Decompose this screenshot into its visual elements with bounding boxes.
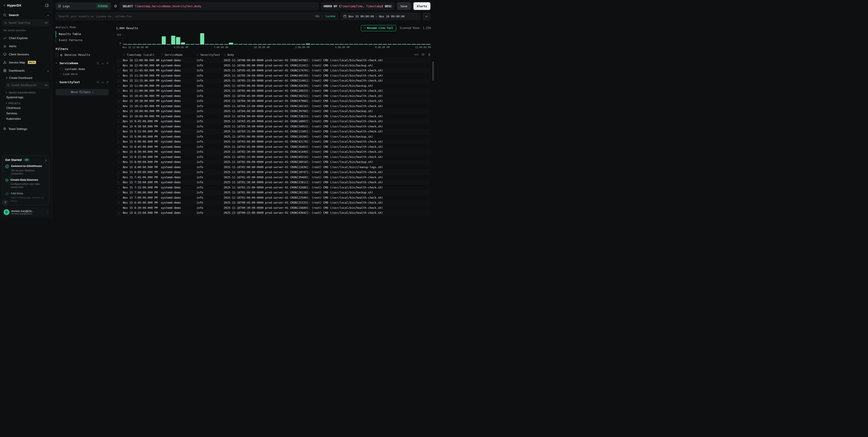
facet-chart-icon[interactable]	[101, 81, 104, 83]
table-row[interactable]: Nov 15 10:15:00.000 PM systemd-demo info…	[116, 104, 431, 109]
saved-dashboards-section[interactable]: ▾ SAVED DASHBOARDS	[3, 90, 52, 95]
row-expand-chevron[interactable]	[116, 206, 123, 209]
sidebar-item-kubernetes[interactable]: Kubernetes	[3, 116, 52, 122]
table-row[interactable]: Nov 15 8:15:00.000 PM systemd-demo info …	[116, 155, 431, 160]
source-settings-button[interactable]: ⚙	[114, 4, 117, 8]
table-row[interactable]: Nov 15 6:45:00.000 PM systemd-demo info …	[116, 200, 431, 205]
drag-handle-icon[interactable]	[224, 54, 226, 56]
table-row[interactable]: Nov 15 10:00:00.000 PM systemd-demo info…	[116, 109, 431, 114]
date-range-picker[interactable]: Nov 15 00:00:00 - Nov 16 00:00:00	[341, 12, 420, 20]
download-icon[interactable]	[428, 53, 431, 56]
row-expand-chevron[interactable]	[116, 105, 123, 107]
drag-handle-icon[interactable]	[196, 54, 199, 56]
row-expand-chevron[interactable]	[116, 120, 123, 123]
sidebar-item-service-map[interactable]: Service Map BETA	[0, 58, 52, 66]
row-expand-chevron[interactable]	[116, 150, 123, 154]
row-expand-chevron[interactable]	[116, 171, 123, 174]
sidebar-item-dashboards[interactable]: Dashboards ▴	[0, 66, 52, 74]
row-expand-chevron[interactable]	[116, 100, 123, 103]
get-started-item-sources[interactable]: Create Data Sources Configure where your…	[5, 178, 46, 189]
user-menu[interactable]: D dominic.tran@clic... dominic.tran@clic…	[2, 208, 50, 217]
facet-chart-icon[interactable]	[101, 62, 104, 65]
view-sql-icon[interactable]: </>	[414, 53, 418, 56]
facet-checkbox[interactable]	[60, 68, 63, 70]
facet-severitytext[interactable]: › SeverityText	[56, 79, 109, 86]
facet-servicename[interactable]: ▾ ServiceName	[56, 60, 109, 66]
resume-live-tail-button[interactable]: ⚡ Resume Live Tail	[361, 25, 396, 31]
table-row[interactable]: Nov 15 6:30:00.000 PM systemd-demo info …	[116, 205, 431, 211]
sidebar-item-alerts[interactable]: Alerts	[0, 42, 52, 50]
row-expand-chevron[interactable]	[116, 166, 123, 169]
table-row[interactable]: Nov 15 11:00:00.000 PM systemd-demo info…	[116, 83, 431, 89]
row-expand-chevron[interactable]	[116, 176, 123, 179]
table-row[interactable]: Nov 15 7:15:00.000 PM systemd-demo info …	[116, 185, 431, 190]
sidebar-collapse-button[interactable]	[45, 4, 49, 7]
create-dashboard-button[interactable]: + Create Dashboard	[3, 74, 52, 81]
saved-dashboards-input[interactable]: Saved Dashboards ⌘K	[5, 82, 50, 89]
table-row[interactable]: Nov 15 10:45:00.000 PM systemd-demo info…	[116, 94, 431, 99]
denoise-checkbox[interactable]	[56, 53, 59, 56]
table-row[interactable]: Nov 15 7:45:00.000 PM systemd-demo info …	[116, 175, 431, 180]
table-row[interactable]: Nov 15 7:30:00.000 PM systemd-demo info …	[116, 180, 431, 185]
histogram-bars[interactable]	[122, 33, 431, 45]
sidebar-item-chart-explorer[interactable]: Chart Explorer	[0, 34, 52, 42]
run-query-button[interactable]: ▷	[423, 12, 430, 20]
lang-lucene-button[interactable]: Lucene	[326, 15, 335, 18]
search-icon[interactable]	[97, 62, 99, 65]
load-more-button[interactable]: › Load more	[56, 72, 109, 77]
table-row[interactable]: Nov 15 6:15:00.000 PM systemd-demo info …	[116, 210, 431, 215]
sidebar-item-services[interactable]: Services	[3, 111, 52, 116]
row-expand-chevron[interactable]	[116, 186, 123, 189]
pin-icon[interactable]	[106, 62, 109, 65]
table-row[interactable]: Nov 15 11:30:00.000 PM systemd-demo info…	[116, 73, 431, 78]
table-row[interactable]: Nov 15 10:30:00.000 PM systemd-demo info…	[116, 99, 431, 104]
table-row[interactable]: Nov 15 8:45:00.000 PM systemd-demo info …	[116, 144, 431, 149]
table-row[interactable]: Nov 15 9:45:00.000 PM systemd-demo info …	[116, 119, 431, 124]
source-selector[interactable]: Logs Schema	[56, 2, 111, 10]
table-row[interactable]: Nov 16 12:00:00.000 AM systemd-demo info…	[116, 63, 431, 68]
table-row[interactable]: Nov 15 8:00:00.000 PM systemd-demo info …	[116, 160, 431, 165]
saved-searches-input[interactable]: Saved Searches ⌘K	[2, 20, 50, 26]
row-expand-chevron[interactable]	[116, 84, 123, 87]
help-button[interactable]: ?	[2, 200, 8, 205]
table-row[interactable]: Nov 15 11:15:00.000 PM systemd-demo info…	[116, 78, 431, 83]
row-density-icon[interactable]	[422, 53, 425, 56]
row-expand-chevron[interactable]	[116, 95, 123, 97]
column-severitytext[interactable]: SeverityText	[196, 53, 224, 57]
sidebar-item-systemd-logs[interactable]: Systemd logs	[3, 95, 52, 100]
search-icon[interactable]	[97, 81, 99, 83]
table-row[interactable]: Nov 15 10:00:00.000 PM systemd-demo info…	[116, 114, 431, 119]
row-expand-chevron[interactable]	[116, 110, 123, 113]
get-started-item-connect[interactable]: Connect to ClickHouse Set up your databa…	[5, 165, 46, 175]
row-expand-chevron[interactable]	[116, 191, 123, 194]
table-row[interactable]: Nov 15 9:15:00.000 PM systemd-demo info …	[116, 129, 431, 134]
row-expand-chevron[interactable]	[116, 69, 123, 72]
column-timestamp[interactable]: Timestamp (Local)	[123, 53, 161, 57]
schema-tag[interactable]: Schema	[96, 4, 109, 8]
sidebar-item-team-settings[interactable]: ⚙ Team Settings	[0, 125, 52, 133]
mode-results-table[interactable]: Results Table	[56, 31, 109, 37]
denoise-toggle[interactable]: ◐ Denoise Results	[56, 53, 109, 57]
row-expand-chevron[interactable]	[116, 201, 123, 204]
save-button[interactable]: Save	[397, 2, 411, 10]
pin-icon[interactable]	[106, 81, 109, 83]
table-row[interactable]: Nov 15 9:00:00.000 PM systemd-demo info …	[116, 134, 431, 139]
row-expand-chevron[interactable]	[116, 156, 123, 158]
table-row[interactable]: Nov 15 9:00:00.000 PM systemd-demo info …	[116, 139, 431, 144]
table-scrollbar[interactable]	[432, 62, 434, 81]
get-started-header[interactable]: Get Started 3/3 ▴	[5, 158, 46, 162]
row-expand-chevron[interactable]	[116, 145, 123, 148]
table-row[interactable]: Nov 16 12:00:00.000 AM systemd-demo info…	[116, 58, 431, 63]
orderby-clause-input[interactable]: ORDER BY (TimestampTime, Timestamp) DESC	[321, 2, 395, 10]
table-row[interactable]: Nov 15 8:30:00.000 PM systemd-demo info …	[116, 149, 431, 155]
row-expand-chevron[interactable]	[116, 90, 123, 92]
row-expand-chevron[interactable]	[116, 79, 123, 82]
more-filters-button[interactable]: More filters ▾	[56, 89, 109, 95]
facet-option-systemd-demo[interactable]: systemd-demo	[56, 66, 109, 72]
sidebar-item-client-sessions[interactable]: Client Sessions	[0, 50, 52, 58]
row-expand-chevron[interactable]	[116, 130, 123, 133]
row-expand-chevron[interactable]	[116, 211, 123, 214]
get-started-item-add-data[interactable]: Add Data Start sending logs, metrics, or…	[5, 192, 46, 202]
row-expand-chevron[interactable]	[116, 64, 123, 67]
select-clause-input[interactable]: SELECTTimestamp,ServiceName,SeverityText…	[120, 2, 318, 10]
